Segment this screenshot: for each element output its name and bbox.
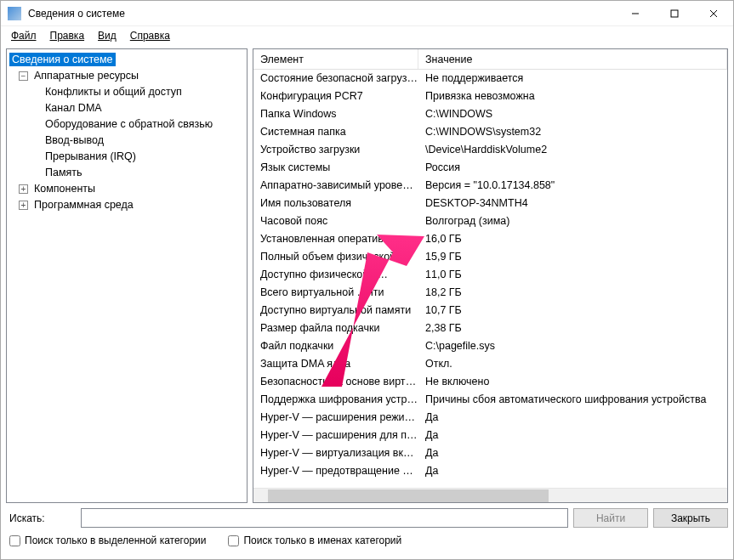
tree-hw-io[interactable]: Ввод-вывод bbox=[7, 133, 247, 149]
cell-value: Привязка невозможна bbox=[418, 88, 727, 105]
table-row[interactable]: Безопасность на основе вирту…Не включено bbox=[253, 373, 727, 391]
table-row[interactable]: Защита DMA ядраОткл. bbox=[253, 355, 727, 373]
close-search-button[interactable]: Закрыть bbox=[653, 508, 728, 528]
table-row[interactable]: Устройство загрузки\Device\HarddiskVolum… bbox=[253, 141, 727, 159]
menu-file[interactable]: Файл bbox=[4, 28, 43, 43]
search-input[interactable] bbox=[81, 508, 568, 528]
cell-element: Конфигурация PCR7 bbox=[253, 88, 418, 105]
cell-value: C:\pagefile.sys bbox=[418, 337, 727, 355]
checkbox-names-only-input[interactable] bbox=[228, 535, 239, 546]
detail-pane: Элемент Значение Состояние безопасной за… bbox=[253, 48, 728, 503]
table-row[interactable]: Язык системыРоссия bbox=[253, 159, 727, 177]
cell-value: 2,38 ГБ bbox=[418, 320, 727, 337]
cell-value: Не поддерживается bbox=[418, 70, 727, 88]
table-row[interactable]: Аппаратно-зависимый уровен…Версия = "10.… bbox=[253, 177, 727, 195]
table-row[interactable]: Hyper-V — расширения для п…Да bbox=[253, 427, 727, 444]
table-row[interactable]: Папка WindowsC:\WINDOWS bbox=[253, 105, 727, 123]
tree-hw-dma[interactable]: Канал DMA bbox=[7, 100, 247, 116]
cell-value: Откл. bbox=[418, 355, 727, 373]
scrollbar-thumb[interactable] bbox=[268, 489, 549, 502]
cell-value: Версия = "10.0.17134.858" bbox=[418, 177, 727, 195]
tree-root[interactable]: Сведения о системе bbox=[7, 52, 247, 68]
table-row[interactable]: Hyper-V — предотвращение в…Да bbox=[253, 462, 727, 480]
cell-value: C:\WINDOWS bbox=[418, 105, 727, 123]
table-row[interactable]: Размер файла подкачки2,38 ГБ bbox=[253, 320, 727, 337]
cell-value: 16,0 ГБ bbox=[418, 230, 727, 248]
cell-element: Hyper-V — расширения режи… bbox=[253, 409, 418, 427]
cell-element: Файл подкачки bbox=[253, 337, 418, 355]
menu-help[interactable]: Справка bbox=[123, 28, 177, 43]
menu-bar: Файл Правка Вид Справка bbox=[1, 26, 733, 45]
cell-value: Да bbox=[418, 409, 727, 427]
cell-value: Россия bbox=[418, 159, 727, 177]
horizontal-scrollbar[interactable] bbox=[253, 488, 727, 502]
table-row[interactable]: Часовой поясВолгоград (зима) bbox=[253, 212, 727, 230]
find-button[interactable]: Найти bbox=[573, 508, 648, 528]
table-row[interactable]: Hyper-V — расширения режи…Да bbox=[253, 409, 727, 427]
cell-element: Доступно физической п… bbox=[253, 266, 418, 284]
list-body[interactable]: Состояние безопасной загруз…Не поддержив… bbox=[253, 70, 727, 488]
tree-hw-conflicts[interactable]: Конфликты и общий доступ bbox=[7, 84, 247, 100]
svg-rect-1 bbox=[671, 10, 678, 17]
maximize-button[interactable] bbox=[655, 1, 694, 26]
app-icon bbox=[8, 7, 21, 20]
cell-value: Да bbox=[418, 427, 727, 444]
cell-element: Язык системы bbox=[253, 159, 418, 177]
window-title: Сведения о системе bbox=[26, 8, 616, 20]
menu-edit[interactable]: Правка bbox=[43, 28, 92, 43]
table-row[interactable]: Файл подкачкиC:\pagefile.sys bbox=[253, 337, 727, 355]
table-row[interactable]: Полный объем физической …15,9 ГБ bbox=[253, 248, 727, 266]
table-row[interactable]: Поддержка шифрования устр…Причины сбоя а… bbox=[253, 391, 727, 409]
expand-icon[interactable]: + bbox=[19, 184, 28, 194]
table-row[interactable]: Конфигурация PCR7Привязка невозможна bbox=[253, 88, 727, 105]
expand-icon[interactable]: + bbox=[19, 201, 28, 210]
cell-value: Да bbox=[418, 462, 727, 480]
table-row[interactable]: Hyper-V — виртуализация вкл…Да bbox=[253, 444, 727, 462]
checkbox-selected-category-label: Поиск только в выделенной категории bbox=[25, 535, 206, 546]
checkbox-names-only[interactable]: Поиск только в именах категорий bbox=[228, 535, 401, 546]
nav-tree-pane: Сведения о системе −Аппаратные ресурсы К… bbox=[6, 48, 248, 503]
cell-element: Имя пользователя bbox=[253, 195, 418, 212]
cell-value: Да bbox=[418, 444, 727, 462]
close-button[interactable] bbox=[694, 1, 733, 26]
table-row[interactable]: Всего виртуальной …яти18,2 ГБ bbox=[253, 284, 727, 302]
cell-element: Системная папка bbox=[253, 123, 418, 141]
checkbox-selected-category[interactable]: Поиск только в выделенной категории bbox=[9, 535, 206, 546]
cell-element: Установленная оперативная п… bbox=[253, 230, 418, 248]
minimize-button[interactable] bbox=[616, 1, 655, 26]
cell-element: Защита DMA ядра bbox=[253, 355, 418, 373]
cell-value: 15,9 ГБ bbox=[418, 248, 727, 266]
cell-value: 18,2 ГБ bbox=[418, 284, 727, 302]
search-panel: Искать: Найти Закрыть Поиск только в выд… bbox=[1, 503, 733, 559]
tree-hardware[interactable]: −Аппаратные ресурсы bbox=[7, 68, 247, 84]
cell-value: 11,0 ГБ bbox=[418, 266, 727, 284]
column-value[interactable]: Значение bbox=[418, 49, 727, 69]
table-row[interactable]: Системная папкаC:\WINDOWS\system32 bbox=[253, 123, 727, 141]
tree-hw-memory[interactable]: Память bbox=[7, 165, 247, 181]
cell-element: Доступно виртуальной памяти bbox=[253, 302, 418, 320]
cell-element: Hyper-V — расширения для п… bbox=[253, 427, 418, 444]
cell-element: Устройство загрузки bbox=[253, 141, 418, 159]
menu-view[interactable]: Вид bbox=[91, 28, 123, 43]
cell-value: 10,7 ГБ bbox=[418, 302, 727, 320]
checkbox-selected-category-input[interactable] bbox=[9, 535, 20, 546]
cell-value: \Device\HarddiskVolume2 bbox=[418, 141, 727, 159]
cell-element: Аппаратно-зависимый уровен… bbox=[253, 177, 418, 195]
table-row[interactable]: Состояние безопасной загруз…Не поддержив… bbox=[253, 70, 727, 88]
tree-components[interactable]: +Компоненты bbox=[7, 181, 247, 197]
tree-hw-feedback[interactable]: Оборудование с обратной связью bbox=[7, 116, 247, 133]
checkbox-names-only-label: Поиск только в именах категорий bbox=[243, 535, 401, 546]
title-bar: Сведения о системе bbox=[1, 1, 733, 26]
table-row[interactable]: Установленная оперативная п…16,0 ГБ bbox=[253, 230, 727, 248]
tree-softenv[interactable]: +Программная среда bbox=[7, 197, 247, 213]
table-row[interactable]: Доступно виртуальной памяти10,7 ГБ bbox=[253, 302, 727, 320]
cell-value: C:\WINDOWS\system32 bbox=[418, 123, 727, 141]
cell-element: Состояние безопасной загруз… bbox=[253, 70, 418, 88]
tree-hw-irq[interactable]: Прерывания (IRQ) bbox=[7, 149, 247, 165]
collapse-icon[interactable]: − bbox=[19, 71, 28, 81]
table-row[interactable]: Имя пользователяDESKTOP-34NMTH4 bbox=[253, 195, 727, 212]
table-row[interactable]: Доступно физической п…11,0 ГБ bbox=[253, 266, 727, 284]
list-header: Элемент Значение bbox=[253, 49, 727, 70]
column-element[interactable]: Элемент bbox=[253, 49, 418, 69]
cell-element: Часовой пояс bbox=[253, 212, 418, 230]
